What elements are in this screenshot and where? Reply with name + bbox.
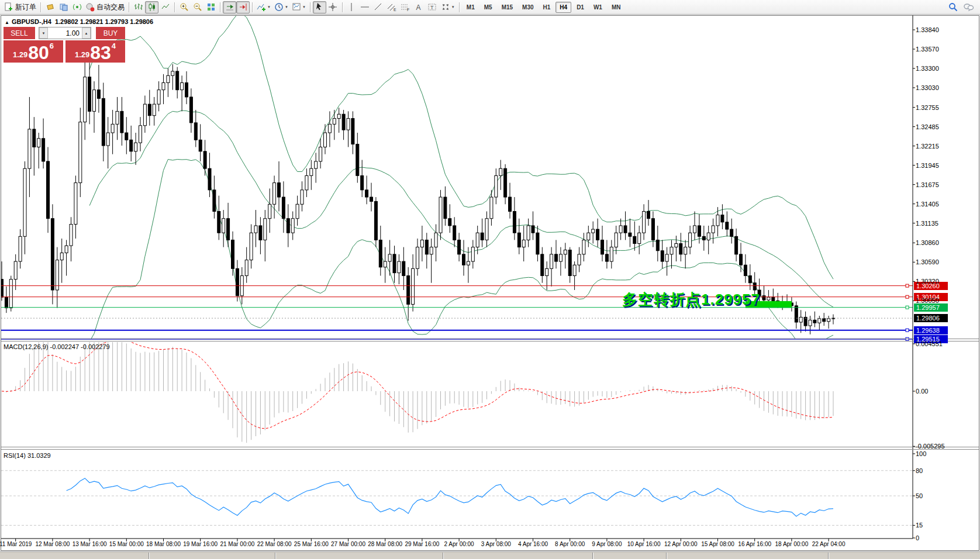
price-tick-label: 1.33300: [916, 65, 939, 72]
line-anchor-handle[interactable]: [906, 284, 909, 287]
candle-body: [106, 133, 109, 146]
price-tick-label: 1.31945: [916, 162, 939, 169]
candle-body: [254, 226, 257, 233]
candle-body: [809, 320, 812, 326]
volume-increase-button[interactable]: ▲: [82, 27, 91, 39]
candle-body: [721, 215, 724, 222]
candle-body: [37, 139, 40, 147]
candle-body: [499, 168, 502, 175]
candle-body: [278, 183, 281, 197]
candle-body: [485, 219, 488, 240]
candle-body: [287, 219, 289, 233]
price-tick-label: 1.32485: [916, 123, 939, 130]
candle-body: [818, 319, 821, 323]
time-axis-label: 8 Apr 00:00: [555, 541, 585, 547]
bottom-bar[interactable]: [0, 551, 980, 559]
candle-body: [222, 219, 225, 233]
candle-body: [203, 151, 206, 168]
candle-body: [698, 226, 701, 236]
time-axis-label: 29 Mar 16:00: [405, 541, 439, 547]
volume-input[interactable]: [48, 27, 82, 39]
candle-body: [629, 233, 632, 236]
buy-button[interactable]: BUY: [96, 27, 125, 39]
candle-body: [388, 254, 391, 261]
candle-body: [23, 168, 26, 236]
candle-body: [97, 90, 100, 99]
time-axis-label: 22 Apr 04:00: [812, 541, 846, 547]
candle-body: [227, 219, 230, 240]
candle-body: [471, 247, 474, 261]
candle-body: [463, 254, 465, 265]
line-anchor-handle[interactable]: [906, 295, 909, 298]
candle-body: [264, 219, 267, 240]
candle-body: [79, 122, 82, 183]
candle-body: [162, 82, 165, 89]
candle-body: [643, 212, 646, 233]
candle-body: [670, 247, 673, 254]
candle-body: [102, 98, 105, 146]
candle-body: [60, 253, 63, 260]
candle-body: [9, 280, 12, 308]
collapse-triangle-icon[interactable]: ▲: [5, 20, 9, 25]
candle-body: [301, 190, 303, 204]
candle-body: [333, 119, 336, 125]
candle-body: [517, 233, 520, 247]
candle-body: [522, 240, 525, 247]
buy-price-small: 1.29: [75, 50, 89, 59]
sell-button[interactable]: SELL: [4, 27, 35, 39]
price-tick-label: 1.30050: [916, 297, 939, 304]
candle-body: [647, 212, 650, 219]
candle-body: [379, 240, 382, 267]
candle-body: [813, 320, 816, 323]
time-axis-label: 3 Apr 08:00: [481, 541, 511, 547]
candle-body: [823, 319, 826, 322]
candle-body: [513, 212, 516, 233]
candle-body: [185, 82, 188, 96]
price-chart-canvas[interactable]: [0, 0, 980, 559]
macd-axis-label: 0.00: [916, 388, 928, 395]
candle-body: [250, 233, 253, 260]
candle-body: [495, 175, 498, 197]
candle-body: [273, 183, 276, 205]
candle-body: [596, 229, 599, 240]
candle-body: [19, 236, 22, 261]
symbol-period-label: GBPUSD-,H4: [12, 18, 51, 25]
buy-price-tile[interactable]: 1.29 83 4: [65, 40, 125, 63]
volume-decrease-button[interactable]: ▼: [39, 27, 48, 39]
candle-body: [42, 139, 45, 161]
line-anchor-handle[interactable]: [906, 329, 909, 332]
candle-body: [716, 215, 719, 226]
candle-body: [679, 244, 682, 254]
candle-body: [337, 114, 340, 118]
candle-body: [490, 197, 493, 219]
candle-body: [291, 219, 294, 233]
candle-body: [342, 114, 345, 130]
candle-body: [116, 111, 119, 124]
time-axis-label: 19 Mar 16:00: [183, 541, 218, 547]
candle-body: [587, 233, 590, 240]
price-tick-label: 1.33570: [916, 46, 939, 53]
candle-body: [762, 296, 765, 300]
candle-body: [47, 161, 50, 219]
line-anchor-handle[interactable]: [906, 306, 909, 309]
candle-body: [130, 140, 133, 151]
time-axis-label: 9 Apr 08:00: [592, 541, 622, 547]
candle-body: [120, 111, 123, 133]
candle-body: [615, 233, 617, 247]
candle-body: [398, 261, 401, 273]
candle-body: [420, 240, 423, 247]
chart-annotation-text[interactable]: 多空转折点1.29957: [622, 289, 760, 310]
one-click-trading-panel: SELL ▼ ▲ BUY 1.29 80 6 1.29 83 4: [4, 27, 127, 63]
candle-body: [351, 119, 354, 144]
sell-price-tile[interactable]: 1.29 80 6: [4, 40, 63, 63]
time-axis-label: 21 Mar 00:00: [220, 541, 254, 547]
ohlc-values: 1.29802 1.29821 1.29793 1.29806: [55, 18, 153, 25]
candle-body: [740, 254, 743, 265]
time-axis-label: 12 Mar 08:00: [35, 541, 70, 547]
mt4-application-window: 新订单 自动交易 ▼ ▼ ▼ E F A T ▼: [0, 0, 980, 559]
candle-body: [208, 168, 211, 190]
candle-body: [84, 77, 87, 122]
candle-body: [143, 104, 146, 126]
price-tick-label: 1.33030: [916, 84, 939, 91]
time-axis-label: 15 Apr 08:00: [701, 541, 734, 547]
